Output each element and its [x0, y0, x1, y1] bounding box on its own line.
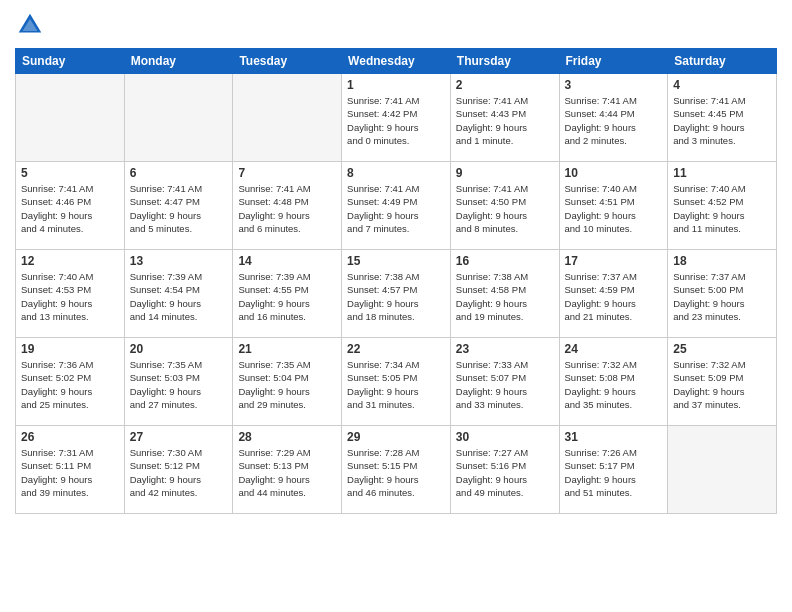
- day-info: Sunrise: 7:26 AM Sunset: 5:17 PM Dayligh…: [565, 446, 663, 499]
- calendar-cell: [668, 426, 777, 514]
- logo-icon: [15, 10, 45, 40]
- calendar-cell: 22Sunrise: 7:34 AM Sunset: 5:05 PM Dayli…: [342, 338, 451, 426]
- calendar-cell: 11Sunrise: 7:40 AM Sunset: 4:52 PM Dayli…: [668, 162, 777, 250]
- day-info: Sunrise: 7:41 AM Sunset: 4:43 PM Dayligh…: [456, 94, 554, 147]
- calendar-cell: 20Sunrise: 7:35 AM Sunset: 5:03 PM Dayli…: [124, 338, 233, 426]
- header: [15, 10, 777, 40]
- day-info: Sunrise: 7:34 AM Sunset: 5:05 PM Dayligh…: [347, 358, 445, 411]
- calendar-cell: [124, 74, 233, 162]
- day-number: 21: [238, 342, 336, 356]
- day-number: 19: [21, 342, 119, 356]
- day-number: 6: [130, 166, 228, 180]
- day-number: 23: [456, 342, 554, 356]
- day-info: Sunrise: 7:33 AM Sunset: 5:07 PM Dayligh…: [456, 358, 554, 411]
- calendar-cell: 13Sunrise: 7:39 AM Sunset: 4:54 PM Dayli…: [124, 250, 233, 338]
- day-info: Sunrise: 7:41 AM Sunset: 4:50 PM Dayligh…: [456, 182, 554, 235]
- calendar-week-4: 26Sunrise: 7:31 AM Sunset: 5:11 PM Dayli…: [16, 426, 777, 514]
- calendar-cell: 10Sunrise: 7:40 AM Sunset: 4:51 PM Dayli…: [559, 162, 668, 250]
- day-number: 31: [565, 430, 663, 444]
- day-info: Sunrise: 7:41 AM Sunset: 4:49 PM Dayligh…: [347, 182, 445, 235]
- day-number: 24: [565, 342, 663, 356]
- calendar-cell: 18Sunrise: 7:37 AM Sunset: 5:00 PM Dayli…: [668, 250, 777, 338]
- day-info: Sunrise: 7:38 AM Sunset: 4:57 PM Dayligh…: [347, 270, 445, 323]
- calendar-header-monday: Monday: [124, 49, 233, 74]
- day-info: Sunrise: 7:39 AM Sunset: 4:55 PM Dayligh…: [238, 270, 336, 323]
- calendar-cell: [233, 74, 342, 162]
- day-info: Sunrise: 7:41 AM Sunset: 4:48 PM Dayligh…: [238, 182, 336, 235]
- calendar-cell: 29Sunrise: 7:28 AM Sunset: 5:15 PM Dayli…: [342, 426, 451, 514]
- day-number: 10: [565, 166, 663, 180]
- day-info: Sunrise: 7:28 AM Sunset: 5:15 PM Dayligh…: [347, 446, 445, 499]
- day-info: Sunrise: 7:37 AM Sunset: 5:00 PM Dayligh…: [673, 270, 771, 323]
- calendar-cell: 1Sunrise: 7:41 AM Sunset: 4:42 PM Daylig…: [342, 74, 451, 162]
- day-number: 16: [456, 254, 554, 268]
- calendar-cell: [16, 74, 125, 162]
- day-info: Sunrise: 7:35 AM Sunset: 5:04 PM Dayligh…: [238, 358, 336, 411]
- day-number: 1: [347, 78, 445, 92]
- calendar-header-wednesday: Wednesday: [342, 49, 451, 74]
- day-number: 15: [347, 254, 445, 268]
- day-number: 9: [456, 166, 554, 180]
- day-number: 12: [21, 254, 119, 268]
- day-info: Sunrise: 7:41 AM Sunset: 4:45 PM Dayligh…: [673, 94, 771, 147]
- calendar-cell: 14Sunrise: 7:39 AM Sunset: 4:55 PM Dayli…: [233, 250, 342, 338]
- calendar-cell: 16Sunrise: 7:38 AM Sunset: 4:58 PM Dayli…: [450, 250, 559, 338]
- day-number: 30: [456, 430, 554, 444]
- day-info: Sunrise: 7:40 AM Sunset: 4:53 PM Dayligh…: [21, 270, 119, 323]
- day-number: 5: [21, 166, 119, 180]
- calendar-cell: 6Sunrise: 7:41 AM Sunset: 4:47 PM Daylig…: [124, 162, 233, 250]
- calendar-cell: 4Sunrise: 7:41 AM Sunset: 4:45 PM Daylig…: [668, 74, 777, 162]
- day-info: Sunrise: 7:32 AM Sunset: 5:09 PM Dayligh…: [673, 358, 771, 411]
- day-number: 17: [565, 254, 663, 268]
- day-info: Sunrise: 7:41 AM Sunset: 4:46 PM Dayligh…: [21, 182, 119, 235]
- day-info: Sunrise: 7:36 AM Sunset: 5:02 PM Dayligh…: [21, 358, 119, 411]
- logo: [15, 10, 49, 40]
- calendar-cell: 25Sunrise: 7:32 AM Sunset: 5:09 PM Dayli…: [668, 338, 777, 426]
- calendar-cell: 31Sunrise: 7:26 AM Sunset: 5:17 PM Dayli…: [559, 426, 668, 514]
- calendar-cell: 12Sunrise: 7:40 AM Sunset: 4:53 PM Dayli…: [16, 250, 125, 338]
- calendar-week-3: 19Sunrise: 7:36 AM Sunset: 5:02 PM Dayli…: [16, 338, 777, 426]
- calendar-cell: 30Sunrise: 7:27 AM Sunset: 5:16 PM Dayli…: [450, 426, 559, 514]
- day-number: 8: [347, 166, 445, 180]
- day-number: 29: [347, 430, 445, 444]
- day-info: Sunrise: 7:41 AM Sunset: 4:47 PM Dayligh…: [130, 182, 228, 235]
- calendar-cell: 24Sunrise: 7:32 AM Sunset: 5:08 PM Dayli…: [559, 338, 668, 426]
- day-number: 25: [673, 342, 771, 356]
- calendar-cell: 2Sunrise: 7:41 AM Sunset: 4:43 PM Daylig…: [450, 74, 559, 162]
- day-info: Sunrise: 7:30 AM Sunset: 5:12 PM Dayligh…: [130, 446, 228, 499]
- day-number: 22: [347, 342, 445, 356]
- calendar-cell: 17Sunrise: 7:37 AM Sunset: 4:59 PM Dayli…: [559, 250, 668, 338]
- day-info: Sunrise: 7:35 AM Sunset: 5:03 PM Dayligh…: [130, 358, 228, 411]
- calendar-cell: 23Sunrise: 7:33 AM Sunset: 5:07 PM Dayli…: [450, 338, 559, 426]
- day-info: Sunrise: 7:32 AM Sunset: 5:08 PM Dayligh…: [565, 358, 663, 411]
- day-number: 20: [130, 342, 228, 356]
- calendar-cell: 19Sunrise: 7:36 AM Sunset: 5:02 PM Dayli…: [16, 338, 125, 426]
- day-number: 3: [565, 78, 663, 92]
- calendar-table: SundayMondayTuesdayWednesdayThursdayFrid…: [15, 48, 777, 514]
- day-number: 2: [456, 78, 554, 92]
- calendar-header-row: SundayMondayTuesdayWednesdayThursdayFrid…: [16, 49, 777, 74]
- calendar-cell: 8Sunrise: 7:41 AM Sunset: 4:49 PM Daylig…: [342, 162, 451, 250]
- day-info: Sunrise: 7:38 AM Sunset: 4:58 PM Dayligh…: [456, 270, 554, 323]
- calendar-week-2: 12Sunrise: 7:40 AM Sunset: 4:53 PM Dayli…: [16, 250, 777, 338]
- day-number: 14: [238, 254, 336, 268]
- calendar-cell: 26Sunrise: 7:31 AM Sunset: 5:11 PM Dayli…: [16, 426, 125, 514]
- day-number: 11: [673, 166, 771, 180]
- page: SundayMondayTuesdayWednesdayThursdayFrid…: [0, 0, 792, 612]
- calendar-cell: 9Sunrise: 7:41 AM Sunset: 4:50 PM Daylig…: [450, 162, 559, 250]
- day-number: 28: [238, 430, 336, 444]
- calendar-header-sunday: Sunday: [16, 49, 125, 74]
- calendar-cell: 3Sunrise: 7:41 AM Sunset: 4:44 PM Daylig…: [559, 74, 668, 162]
- day-info: Sunrise: 7:31 AM Sunset: 5:11 PM Dayligh…: [21, 446, 119, 499]
- day-info: Sunrise: 7:40 AM Sunset: 4:51 PM Dayligh…: [565, 182, 663, 235]
- calendar-header-tuesday: Tuesday: [233, 49, 342, 74]
- calendar-cell: 7Sunrise: 7:41 AM Sunset: 4:48 PM Daylig…: [233, 162, 342, 250]
- calendar-header-saturday: Saturday: [668, 49, 777, 74]
- day-info: Sunrise: 7:29 AM Sunset: 5:13 PM Dayligh…: [238, 446, 336, 499]
- day-number: 26: [21, 430, 119, 444]
- day-number: 27: [130, 430, 228, 444]
- day-info: Sunrise: 7:41 AM Sunset: 4:44 PM Dayligh…: [565, 94, 663, 147]
- day-info: Sunrise: 7:27 AM Sunset: 5:16 PM Dayligh…: [456, 446, 554, 499]
- calendar-cell: 5Sunrise: 7:41 AM Sunset: 4:46 PM Daylig…: [16, 162, 125, 250]
- calendar-header-friday: Friday: [559, 49, 668, 74]
